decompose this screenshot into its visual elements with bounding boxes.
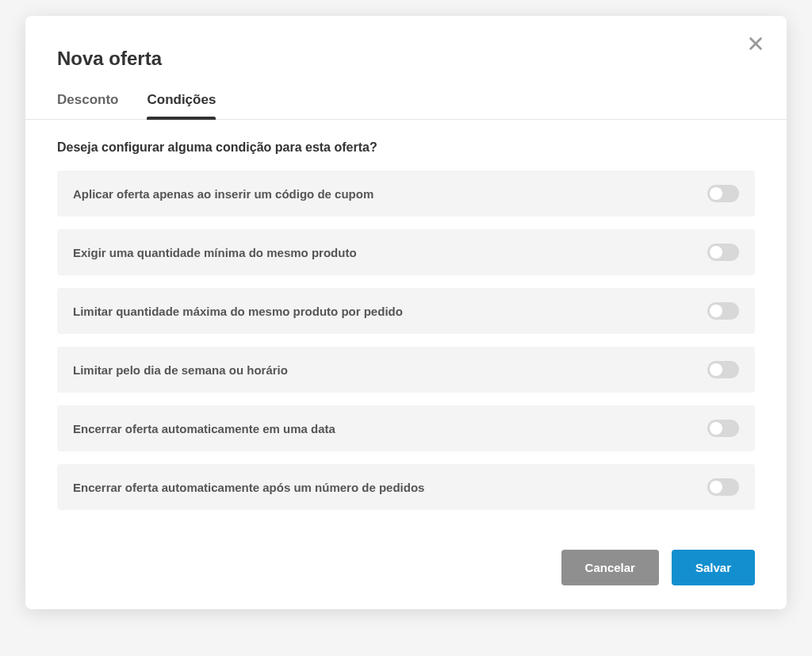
condition-max-quantity: Limitar quantidade máxima do mesmo produ… xyxy=(57,288,755,334)
save-button[interactable]: Salvar xyxy=(672,550,755,585)
condition-label: Aplicar oferta apenas ao inserir um códi… xyxy=(73,187,373,201)
condition-coupon-code: Aplicar oferta apenas ao inserir um códi… xyxy=(57,171,755,217)
condition-label: Limitar quantidade máxima do mesmo produ… xyxy=(73,305,403,318)
toggle-coupon-code[interactable] xyxy=(707,185,739,202)
toggle-max-quantity[interactable] xyxy=(707,302,739,320)
new-offer-modal: Nova oferta Desconto Condições Deseja co… xyxy=(25,16,787,609)
condition-label: Exigir uma quantidade mínima do mesmo pr… xyxy=(73,246,357,259)
condition-label: Limitar pelo dia de semana ou horário xyxy=(73,363,288,377)
cancel-button[interactable]: Cancelar xyxy=(561,550,659,585)
condition-day-time: Limitar pelo dia de semana ou horário xyxy=(57,347,755,393)
condition-end-date: Encerrar oferta automaticamente em uma d… xyxy=(57,405,755,451)
toggle-min-quantity[interactable] xyxy=(707,244,739,261)
modal-title: Nova oferta xyxy=(57,48,755,70)
condition-end-orders: Encerrar oferta automaticamente após um … xyxy=(57,464,755,510)
toggle-end-date[interactable] xyxy=(707,420,739,437)
conditions-question: Deseja configurar alguma condição para e… xyxy=(57,140,755,155)
tab-discount[interactable]: Desconto xyxy=(57,92,118,119)
close-icon[interactable] xyxy=(747,35,764,52)
modal-footer: Cancelar Salvar xyxy=(57,550,755,585)
tabs: Desconto Condições xyxy=(25,92,787,120)
tab-conditions[interactable]: Condições xyxy=(147,92,216,119)
toggle-end-orders[interactable] xyxy=(707,478,739,496)
toggle-day-time[interactable] xyxy=(707,361,739,378)
condition-list: Aplicar oferta apenas ao inserir um códi… xyxy=(57,171,755,510)
condition-label: Encerrar oferta automaticamente após um … xyxy=(73,481,424,494)
condition-label: Encerrar oferta automaticamente em uma d… xyxy=(73,422,335,435)
condition-min-quantity: Exigir uma quantidade mínima do mesmo pr… xyxy=(57,229,755,275)
